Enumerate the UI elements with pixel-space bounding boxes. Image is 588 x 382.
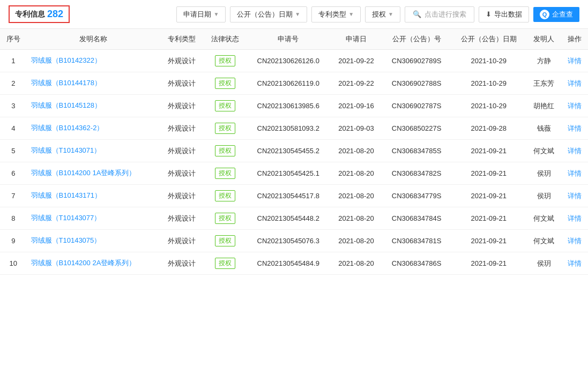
cell-name[interactable]: 羽绒服（T10143075） — [27, 230, 161, 252]
cell-name[interactable]: 羽绒服（T10143071） — [27, 140, 161, 162]
toolbar: 申请日期 ▼ 公开（公告）日期 ▼ 专利类型 ▼ 授权 ▼ 🔍 点击进行搜索 ⬇… — [176, 6, 579, 23]
status-badge: 授权 — [215, 190, 235, 201]
detail-link[interactable]: 详情 — [561, 117, 588, 140]
cell-name[interactable]: 羽绒服（B1014200 1A登峰系列） — [27, 162, 161, 185]
cell-type: 外观设计 — [160, 252, 203, 275]
apply-date-label: 申请日期 — [183, 10, 211, 19]
cell-inventor: 方静 — [527, 50, 562, 72]
detail-link[interactable]: 详情 — [561, 185, 588, 207]
table-row: 6 羽绒服（B1014200 1A登峰系列） 外观设计 授权 CN2021305… — [0, 162, 588, 185]
cell-pub-date: 2021-09-21 — [451, 185, 527, 207]
cell-app-date: 2021-08-20 — [330, 185, 382, 207]
detail-link[interactable]: 详情 — [561, 252, 588, 275]
chevron-down-icon: ▼ — [295, 11, 300, 17]
cell-type: 外观设计 — [160, 230, 203, 252]
chevron-down-icon: ▼ — [213, 11, 219, 17]
col-action: 操作 — [561, 29, 588, 50]
cell-pub-date: 2021-10-29 — [451, 95, 527, 117]
grant-label: 授权 — [372, 10, 386, 19]
page-header: 专利信息 282 申请日期 ▼ 公开（公告）日期 ▼ 专利类型 ▼ 授权 ▼ 🔍… — [0, 0, 588, 29]
cell-pub-no: CN306902789S — [382, 50, 451, 72]
cell-status: 授权 — [203, 117, 246, 140]
grant-filter-button[interactable]: 授权 ▼ — [365, 6, 400, 23]
status-badge: 授权 — [215, 235, 235, 246]
cell-name[interactable]: 羽绒服（B10145128） — [27, 95, 161, 117]
status-badge: 授权 — [215, 123, 235, 134]
patent-info-label: 专利信息 — [15, 10, 45, 19]
col-type: 专利类型 — [160, 29, 203, 50]
table-row: 1 羽绒服（B10142322） 外观设计 授权 CN202130626126.… — [0, 50, 588, 72]
cell-app-date: 2021-09-22 — [330, 50, 382, 72]
export-button[interactable]: ⬇ 导出数据 — [479, 6, 529, 23]
table-row: 7 羽绒服（B10143171） 外观设计 授权 CN202130544517.… — [0, 185, 588, 207]
patent-type-filter-button[interactable]: 专利类型 ▼ — [311, 6, 361, 23]
qichacha-logo-icon: Q — [540, 10, 549, 19]
search-icon: 🔍 — [413, 10, 421, 18]
cell-app-date: 2021-08-20 — [330, 140, 382, 162]
cell-pub-date: 2021-09-28 — [451, 117, 527, 140]
cell-pub-no: CN306834784S — [382, 207, 451, 230]
detail-link[interactable]: 详情 — [561, 140, 588, 162]
detail-link[interactable]: 详情 — [561, 72, 588, 95]
detail-link[interactable]: 详情 — [561, 95, 588, 117]
table-header: 序号 发明名称 专利类型 法律状态 申请号 申请日 公开（公告）号 公开（公告）… — [0, 29, 588, 50]
detail-link[interactable]: 详情 — [561, 230, 588, 252]
status-badge: 授权 — [215, 100, 235, 111]
cell-type: 外观设计 — [160, 72, 203, 95]
patent-table: 序号 发明名称 专利类型 法律状态 申请号 申请日 公开（公告）号 公开（公告）… — [0, 29, 588, 275]
cell-app-no: CN202130626119.0 — [247, 72, 330, 95]
col-name: 发明名称 — [27, 29, 161, 50]
chevron-down-icon: ▼ — [348, 11, 354, 17]
col-app-date: 申请日 — [330, 29, 382, 50]
chevron-down-icon: ▼ — [388, 11, 393, 17]
cell-inventor: 侯玥 — [527, 252, 562, 275]
cell-inventor: 何文斌 — [527, 230, 562, 252]
cell-pub-date: 2021-09-21 — [451, 162, 527, 185]
cell-pub-no: CN306834781S — [382, 230, 451, 252]
detail-link[interactable]: 详情 — [561, 207, 588, 230]
cell-type: 外观设计 — [160, 95, 203, 117]
status-badge: 授权 — [215, 213, 235, 224]
apply-date-filter-button[interactable]: 申请日期 ▼ — [176, 6, 226, 23]
cell-app-no: CN202130581093.2 — [247, 117, 330, 140]
cell-name[interactable]: 羽绒服（B10142322） — [27, 50, 161, 72]
qichacha-button[interactable]: Q 企查查 — [533, 7, 579, 22]
cell-status: 授权 — [203, 207, 246, 230]
cell-pub-no: CN306850227S — [382, 117, 451, 140]
export-label: 导出数据 — [494, 10, 522, 19]
cell-app-date: 2021-08-20 — [330, 162, 382, 185]
cell-index: 10 — [0, 252, 27, 275]
search-button[interactable]: 🔍 点击进行搜索 — [405, 6, 474, 23]
cell-name[interactable]: 羽绒服（B10144178） — [27, 72, 161, 95]
cell-type: 外观设计 — [160, 117, 203, 140]
cell-index: 5 — [0, 140, 27, 162]
cell-pub-date: 2021-10-29 — [451, 50, 527, 72]
cell-type: 外观设计 — [160, 207, 203, 230]
cell-name[interactable]: 羽绒服（B1014362-2） — [27, 117, 161, 140]
cell-status: 授权 — [203, 140, 246, 162]
cell-inventor: 侯玥 — [527, 162, 562, 185]
detail-link[interactable]: 详情 — [561, 162, 588, 185]
cell-pub-no: CN306834779S — [382, 185, 451, 207]
cell-pub-no: CN306834786S — [382, 252, 451, 275]
cell-name[interactable]: 羽绒服（B10143171） — [27, 185, 161, 207]
cell-app-no: CN202130544517.8 — [247, 185, 330, 207]
detail-link[interactable]: 详情 — [561, 50, 588, 72]
cell-index: 7 — [0, 185, 27, 207]
cell-pub-date: 2021-09-21 — [451, 230, 527, 252]
cell-type: 外观设计 — [160, 162, 203, 185]
cell-status: 授权 — [203, 185, 246, 207]
table-row: 8 羽绒服（T10143077） 外观设计 授权 CN202130545448.… — [0, 207, 588, 230]
cell-type: 外观设计 — [160, 50, 203, 72]
patent-count: 282 — [47, 9, 63, 20]
cell-index: 2 — [0, 72, 27, 95]
cell-app-no: CN202130545425.1 — [247, 162, 330, 185]
cell-pub-no: CN306902788S — [382, 72, 451, 95]
publish-date-filter-button[interactable]: 公开（公告）日期 ▼ — [230, 6, 307, 23]
cell-name[interactable]: 羽绒服（T10143077） — [27, 207, 161, 230]
status-badge: 授权 — [215, 145, 235, 156]
cell-app-no: CN202130545484.9 — [247, 252, 330, 275]
cell-name[interactable]: 羽绒服（B1014200 2A登峰系列） — [27, 252, 161, 275]
cell-index: 4 — [0, 117, 27, 140]
download-icon: ⬇ — [486, 10, 492, 18]
